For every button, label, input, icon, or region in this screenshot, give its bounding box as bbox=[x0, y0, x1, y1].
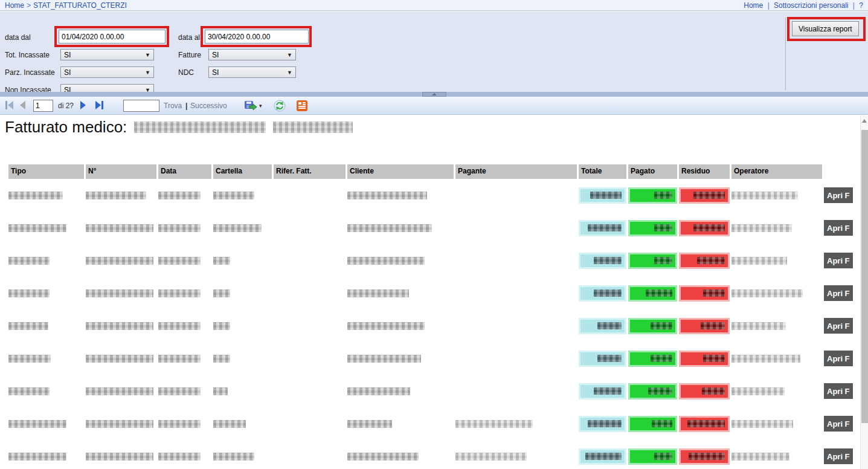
search-input[interactable] bbox=[123, 100, 159, 112]
scrollbar-thumb[interactable] bbox=[861, 130, 868, 423]
table-cell-pagato bbox=[628, 309, 677, 342]
residuo-amount-cell bbox=[679, 318, 730, 334]
table-cell-pagante bbox=[455, 375, 577, 407]
redacted-amount bbox=[654, 192, 672, 199]
redacted-text bbox=[213, 453, 254, 461]
redacted-text bbox=[455, 453, 527, 461]
table-cell-tipo bbox=[8, 212, 84, 244]
residuo-amount-cell bbox=[679, 187, 730, 204]
open-invoice-button[interactable]: Apri F bbox=[824, 318, 853, 334]
column-header-data: Data bbox=[158, 164, 211, 179]
table-cell-tipo bbox=[8, 375, 84, 407]
redacted-text bbox=[347, 420, 392, 428]
open-invoice-button[interactable]: Apri F bbox=[824, 383, 853, 399]
table-cell-pagato bbox=[628, 375, 677, 407]
open-invoice-button[interactable]: Apri F bbox=[824, 187, 853, 203]
table-cell-residuo bbox=[679, 277, 730, 309]
redacted-text bbox=[213, 192, 254, 199]
redacted-text bbox=[86, 387, 153, 395]
previous-page-icon[interactable] bbox=[19, 101, 27, 111]
report-body: Fatturato medico: Tipo N° Data Cartella … bbox=[0, 115, 860, 469]
page-number-input[interactable] bbox=[33, 100, 53, 112]
open-invoice-button[interactable]: Apri F bbox=[824, 285, 853, 301]
column-header-pagante: Pagante bbox=[455, 164, 577, 179]
table-cell-numero bbox=[86, 244, 156, 277]
redacted-amount bbox=[693, 192, 725, 199]
table-cell-residuo bbox=[679, 407, 730, 440]
export-button[interactable]: ▾ bbox=[244, 97, 262, 115]
redacted-text bbox=[8, 420, 66, 428]
redacted-text bbox=[8, 289, 50, 297]
redacted-text bbox=[8, 224, 66, 232]
open-invoice-button[interactable]: Apri F bbox=[824, 351, 853, 366]
open-invoice-button[interactable]: Apri F bbox=[824, 448, 853, 464]
table-cell-cliente bbox=[347, 342, 454, 375]
open-invoice-button[interactable]: Apri F bbox=[824, 416, 853, 432]
table-cell-pagante bbox=[455, 407, 577, 440]
redacted-amount bbox=[701, 322, 725, 329]
redacted-text bbox=[86, 322, 153, 330]
open-invoice-button[interactable]: Apri F bbox=[824, 253, 853, 268]
view-report-button[interactable]: Visualizza report bbox=[792, 21, 859, 36]
data-al-input[interactable] bbox=[205, 30, 309, 44]
totale-amount-cell bbox=[579, 318, 626, 334]
table-cell-numero bbox=[86, 212, 156, 244]
export-save-icon bbox=[244, 100, 257, 112]
ndc-value: SI bbox=[212, 68, 219, 77]
table-cell-tipo bbox=[8, 440, 84, 469]
find-link[interactable]: Trova bbox=[164, 97, 182, 115]
collapse-up-icon bbox=[432, 93, 437, 95]
data-dal-input[interactable] bbox=[59, 30, 166, 44]
table-cell-cliente bbox=[347, 179, 454, 212]
redacted-text bbox=[158, 289, 201, 297]
table-cell-rifer-fatt bbox=[274, 375, 346, 407]
residuo-amount-cell bbox=[679, 220, 730, 236]
redacted-text bbox=[731, 224, 792, 232]
breadcrumb-home-link[interactable]: Home bbox=[5, 1, 24, 10]
table-cell-residuo bbox=[679, 342, 730, 375]
table-cell-pagato bbox=[628, 244, 677, 277]
table-cell-actions: Apri F bbox=[824, 277, 853, 309]
scroll-up-icon[interactable] bbox=[862, 119, 867, 123]
table-cell-data bbox=[158, 212, 211, 244]
table-cell-tipo bbox=[8, 309, 84, 342]
last-page-icon[interactable] bbox=[94, 101, 104, 111]
top-links-divider-1: | bbox=[768, 1, 770, 10]
column-header-operatore: Operatore bbox=[731, 164, 822, 179]
report-table: Tipo N° Data Cartella Rifer. Fatt. Clien… bbox=[8, 164, 853, 469]
redacted-amount bbox=[654, 257, 672, 264]
next-page-icon[interactable] bbox=[79, 101, 86, 111]
top-home-link[interactable]: Home bbox=[744, 1, 763, 10]
table-cell-tipo bbox=[8, 342, 84, 375]
redacted-text bbox=[8, 453, 66, 461]
redacted-text bbox=[213, 289, 230, 297]
table-cell-operatore bbox=[731, 179, 822, 212]
splitter-collapse-handle[interactable] bbox=[422, 92, 446, 97]
find-next-link[interactable]: Successivo bbox=[190, 97, 227, 115]
breadcrumb-bar: Home>STAT_FATTURATO_CTERZI Home | Sottos… bbox=[0, 0, 868, 11]
redacted-text bbox=[86, 420, 153, 428]
redacted-text bbox=[86, 453, 153, 461]
tot-incassate-select[interactable]: SI ▼ bbox=[60, 49, 154, 60]
fatture-select[interactable]: SI ▼ bbox=[208, 49, 296, 60]
open-invoice-button[interactable]: Apri F bbox=[824, 220, 853, 236]
first-page-icon[interactable] bbox=[5, 101, 14, 111]
top-subscriptions-link[interactable]: Sottoscrizioni personali bbox=[774, 1, 848, 10]
table-cell-cliente bbox=[347, 277, 454, 309]
ndc-select[interactable]: SI ▼ bbox=[208, 66, 296, 78]
parz-incassate-select[interactable]: SI ▼ bbox=[60, 66, 154, 78]
redacted-text bbox=[731, 192, 798, 199]
residuo-amount-cell bbox=[679, 448, 730, 465]
refresh-button[interactable] bbox=[274, 97, 286, 115]
data-feed-button[interactable] bbox=[297, 97, 307, 115]
table-cell-cliente bbox=[347, 407, 454, 440]
pagato-amount-cell bbox=[628, 285, 677, 302]
table-cell-totale bbox=[579, 375, 626, 407]
table-cell-data bbox=[158, 309, 211, 342]
table-cell-pagato bbox=[628, 179, 677, 212]
redacted-amount bbox=[590, 192, 622, 199]
top-help-link[interactable]: ? bbox=[859, 1, 863, 10]
redacted-text bbox=[86, 224, 153, 232]
breadcrumb-report-link[interactable]: STAT_FATTURATO_CTERZI bbox=[33, 1, 127, 10]
vertical-scrollbar[interactable] bbox=[860, 115, 868, 469]
